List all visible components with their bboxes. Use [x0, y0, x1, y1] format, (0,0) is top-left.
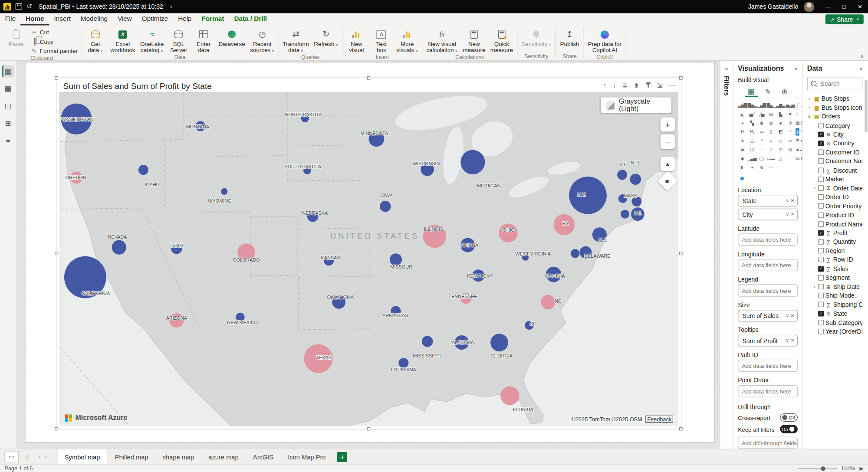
menu-tab-optimize[interactable]: Optimize [137, 13, 173, 26]
remove-field-icon[interactable]: ✕ [791, 198, 795, 203]
map-bubble[interactable] [630, 174, 641, 185]
publish-button[interactable]: ↥Publish [557, 26, 582, 47]
close-button[interactable]: ✕ [852, 0, 868, 13]
map-icon[interactable]: ◉ [757, 119, 766, 127]
page-tab-azure-map[interactable]: azure map [201, 449, 246, 465]
save-icon[interactable] [16, 3, 22, 10]
table-icon[interactable]: ▦ [796, 119, 799, 127]
field-checkbox[interactable]: ✓ [818, 311, 824, 316]
paginated-report-icon[interactable]: ▱ [786, 137, 794, 144]
stacked-column-chart-icon[interactable]: ▁▄▇ [757, 101, 766, 109]
decomposition-tree-icon[interactable]: ⋔ [738, 137, 746, 144]
page-tab-philled-map[interactable]: Philled map [108, 449, 155, 465]
keep-all-filters-toggle[interactable]: On [780, 425, 798, 433]
treemap-icon[interactable]: ▚ [748, 119, 756, 127]
map-visual-container[interactable]: Sum of Sales and Sum of Profit by State … [56, 78, 681, 429]
map-bubble[interactable] [490, 334, 508, 351]
field-checkbox[interactable] [818, 221, 824, 227]
chord-chart-icon[interactable]: ◯ [757, 154, 766, 162]
field-checkbox[interactable] [818, 302, 824, 308]
menu-tab-home[interactable]: Home [21, 13, 49, 26]
field-checkbox[interactable] [818, 329, 824, 334]
field-row-product-name[interactable]: Product Name [807, 220, 863, 229]
field-checkbox[interactable] [818, 194, 824, 200]
get-data-button[interactable]: Getdata∨ [83, 26, 108, 54]
table-view-icon[interactable]: ▦ [2, 82, 14, 95]
menu-tab-data-drill[interactable]: Data / Drill [229, 13, 272, 26]
recent-sources-button[interactable]: ◷Recentsources∨ [248, 26, 276, 54]
transform-data-button[interactable]: ⇄Transformdata∨ [280, 26, 311, 54]
page-tab-arcgis[interactable]: ArcGIS [246, 449, 280, 465]
field-checkbox[interactable]: ✓ [818, 230, 824, 236]
data-pane-scrollbar[interactable] [865, 80, 867, 132]
smart-narrative-icon[interactable]: ≡ [766, 137, 775, 144]
hierarchy-slicer-icon[interactable]: ▥ [786, 145, 794, 153]
enter-data-button[interactable]: Enterdata [191, 26, 216, 53]
title-dropdown-icon[interactable]: ∨ [170, 4, 173, 9]
new-visual-button[interactable]: Newvisual [344, 26, 368, 53]
page-tab-symbol-map[interactable]: Symbol map [57, 449, 108, 465]
report-page[interactable]: Sum of Sales and Sum of Profit by State … [26, 62, 714, 442]
field-row-year-orderdate-[interactable]: Year (OrderDate) [807, 327, 863, 336]
azure-map-icon[interactable]: ⊕ [786, 119, 794, 127]
zoom-slider[interactable] [798, 468, 837, 469]
funnel-chart-icon[interactable]: ▼ [786, 110, 794, 118]
key-influencers-icon[interactable]: △ [748, 137, 756, 144]
timeline-slicer-icon[interactable]: ◷ [776, 145, 785, 153]
onelake-catalog-button[interactable]: ≈OneLakecatalog∨ [138, 26, 166, 54]
field-checkbox[interactable] [818, 158, 824, 164]
filters-pane-collapsed[interactable]: « Filters [720, 61, 733, 449]
map-bubble[interactable] [380, 201, 391, 212]
analytics-tab[interactable]: ⊕ [778, 86, 791, 97]
feedback-link[interactable]: Feedback [646, 416, 673, 422]
network-chart-icon[interactable]: ⊛ [757, 163, 766, 171]
map-bubble[interactable] [541, 295, 555, 309]
tmdl-view-icon[interactable]: ≡ [2, 134, 14, 146]
collapse-data-icon[interactable]: » [859, 66, 862, 72]
resize-handle[interactable] [679, 252, 683, 255]
power-apps-icon[interactable]: ⊞ [796, 137, 799, 144]
field-checkbox[interactable] [818, 167, 824, 173]
line-and-clustered-column-chart-icon[interactable]: ╱▅ [757, 110, 766, 118]
previous-page-icon[interactable]: ‹ [36, 454, 43, 460]
resize-handle[interactable] [55, 427, 58, 431]
map-bubble[interactable] [571, 249, 579, 258]
q-and-a-icon[interactable]: ? [757, 137, 766, 144]
histogram-chart-icon[interactable]: ▁▃▅ [748, 154, 756, 162]
kpi-icon[interactable]: ◩ [776, 128, 785, 136]
field-checkbox[interactable] [818, 212, 824, 218]
resize-handle[interactable] [679, 76, 683, 80]
map-bubble[interactable] [617, 170, 627, 180]
field-pill[interactable]: City∨✕ [738, 209, 798, 220]
field-row-quantity[interactable]: ∑Quantity [807, 237, 863, 246]
field-row-row-id[interactable]: ∑Row ID [807, 255, 863, 264]
minimize-button[interactable]: — [820, 0, 836, 13]
resize-handle[interactable] [679, 427, 683, 431]
focus-mode-icon[interactable]: ⇲ [657, 81, 663, 89]
metrics-icon[interactable]: ◇ [776, 137, 785, 144]
line-chart-icon[interactable]: ╱ [796, 101, 799, 109]
field-checkbox[interactable] [818, 185, 824, 191]
prep-data-copilot-button[interactable]: Prep data forCopilot AI [586, 26, 624, 53]
resize-handle[interactable] [367, 76, 371, 80]
menu-tab-format[interactable]: Format [197, 13, 229, 26]
field-row-segment[interactable]: Segment [807, 273, 863, 282]
field-row-region[interactable]: Region [807, 246, 863, 256]
field-pill[interactable]: Sum of Sales∨✕ [738, 310, 798, 321]
donut-chart-icon[interactable]: ◕ [738, 119, 746, 127]
field-checkbox[interactable] [818, 248, 824, 254]
copy-button[interactable]: Copy [29, 38, 79, 46]
tornado-chart-icon[interactable]: ▲ [796, 145, 799, 153]
cross-report-toggle[interactable]: Off [780, 413, 798, 422]
dax-query-view-icon[interactable]: ⊞ [2, 117, 14, 129]
field-row-customer-name[interactable]: Customer Name [807, 157, 863, 166]
map-bubble[interactable] [422, 336, 433, 347]
empty-field-well[interactable]: Add data fields here [738, 360, 798, 372]
share-button[interactable]: ↗ Share ∨ [825, 14, 864, 24]
python-visual-icon[interactable]: Py [748, 128, 756, 136]
desktop-layout-icon[interactable]: ▭ [4, 451, 19, 463]
map-bubble[interactable] [138, 165, 148, 175]
table-row-bus-stops[interactable]: ›▦Bus Stops [807, 94, 863, 103]
model-view-icon[interactable]: ◫ [2, 100, 14, 112]
map-bubble[interactable] [621, 210, 629, 218]
